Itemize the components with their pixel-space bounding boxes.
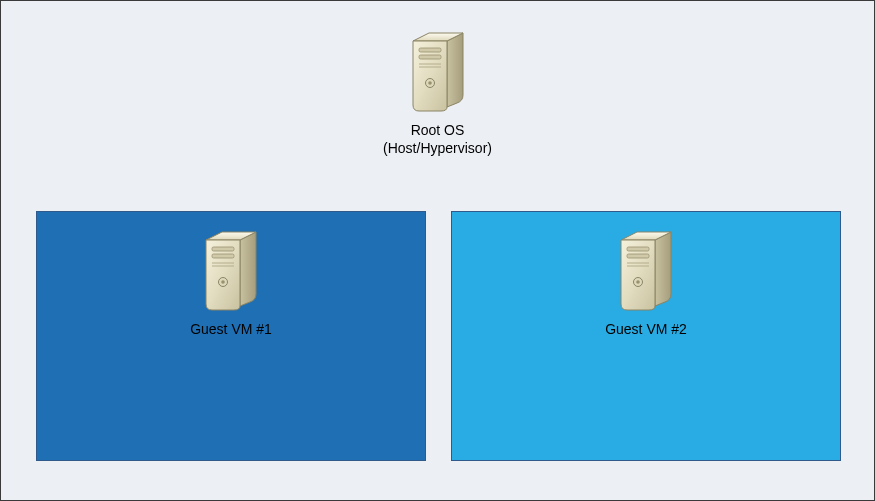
diagram-canvas: Root OS (Host/Hypervisor) Guest VM #1 bbox=[0, 0, 875, 501]
svg-point-17 bbox=[636, 280, 640, 284]
guest-vm-block-2: Guest VM #2 bbox=[452, 230, 840, 337]
server-tower-icon bbox=[409, 31, 467, 116]
guest-vm-label-2: Guest VM #2 bbox=[452, 321, 840, 337]
server-tower-icon bbox=[202, 230, 260, 315]
svg-point-11 bbox=[221, 280, 225, 284]
svg-point-5 bbox=[428, 81, 432, 85]
root-os-label-line2: (Host/Hypervisor) bbox=[1, 140, 874, 158]
guest-vm-block-1: Guest VM #1 bbox=[37, 230, 425, 337]
guest-vm-panel-2: Guest VM #2 bbox=[451, 211, 841, 461]
svg-rect-13 bbox=[627, 254, 649, 258]
svg-rect-6 bbox=[212, 247, 234, 251]
svg-rect-7 bbox=[212, 254, 234, 258]
svg-rect-0 bbox=[419, 48, 441, 52]
root-os-label-line1: Root OS bbox=[1, 122, 874, 140]
guest-vm-panel-1: Guest VM #1 bbox=[36, 211, 426, 461]
server-tower-icon bbox=[617, 230, 675, 315]
svg-rect-1 bbox=[419, 55, 441, 59]
guest-vm-label-1: Guest VM #1 bbox=[37, 321, 425, 337]
root-os-label: Root OS (Host/Hypervisor) bbox=[1, 122, 874, 157]
svg-rect-12 bbox=[627, 247, 649, 251]
root-os-block: Root OS (Host/Hypervisor) bbox=[1, 31, 874, 157]
